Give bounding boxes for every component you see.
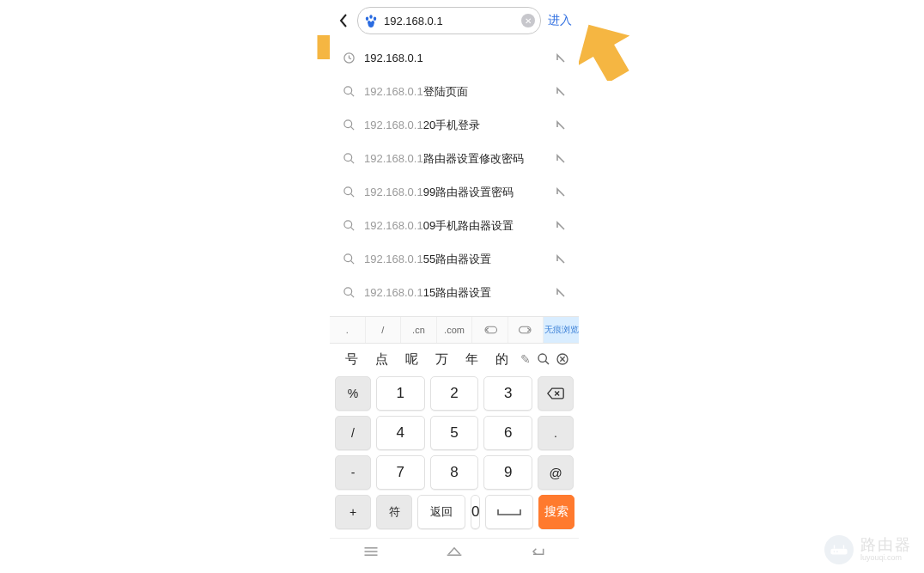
ime-candidate[interactable]: 的: [487, 351, 517, 368]
fill-arrow-icon[interactable]: [555, 186, 567, 198]
fill-arrow-icon[interactable]: [555, 253, 567, 265]
key-6[interactable]: 6: [483, 416, 532, 450]
key-at[interactable]: @: [538, 455, 574, 490]
suggestion-row[interactable]: 192.168.0.115路由器设置: [330, 276, 579, 309]
search-icon: [342, 152, 356, 166]
ime-search-icon[interactable]: [534, 352, 553, 366]
fill-arrow-icon[interactable]: [555, 287, 567, 299]
svg-point-36: [834, 551, 836, 552]
suggestion-text: 192.168.0.199路由器设置密码: [364, 185, 546, 200]
ime-candidate[interactable]: 年: [457, 351, 487, 368]
key-2[interactable]: 2: [430, 376, 479, 411]
svg-line-21: [350, 294, 354, 297]
svg-point-24: [538, 354, 546, 362]
system-nav-bar: [330, 538, 579, 564]
watermark-sub: luyouqi.com: [860, 554, 912, 563]
key-7[interactable]: 7: [376, 455, 425, 490]
svg-line-19: [350, 260, 354, 264]
key-dot[interactable]: .: [538, 416, 574, 450]
svg-marker-1: [574, 21, 634, 81]
key-symbols[interactable]: 符: [376, 495, 412, 529]
fill-arrow-icon[interactable]: [555, 220, 567, 232]
baidu-paw-icon: [363, 13, 379, 28]
svg-point-37: [836, 551, 838, 552]
key-return[interactable]: 返回: [417, 495, 465, 529]
search-input-text[interactable]: 192.168.0.1: [384, 15, 516, 27]
svg-point-20: [343, 288, 351, 296]
url-slash-key[interactable]: /: [366, 317, 402, 343]
key-minus[interactable]: -: [335, 455, 371, 490]
ime-candidate[interactable]: 呢: [397, 351, 427, 368]
key-9[interactable]: 9: [483, 455, 532, 490]
suggestion-text: 192.168.0.1登陆页面: [364, 84, 546, 100]
cursor-left-icon[interactable]: [472, 317, 508, 343]
svg-point-18: [343, 254, 351, 262]
ime-edit-icon[interactable]: ✎: [517, 352, 534, 366]
ime-close-icon[interactable]: [553, 352, 572, 366]
key-8[interactable]: 8: [430, 455, 479, 490]
suggestion-row[interactable]: 192.168.0.109手机路由器设置: [330, 209, 579, 242]
ime-candidate-row: 号 点 呢 万 年 的 ✎: [330, 344, 579, 375]
key-4[interactable]: 4: [376, 416, 425, 450]
search-icon: [342, 286, 356, 300]
ime-candidate[interactable]: 万: [427, 351, 457, 368]
search-icon: [342, 186, 356, 199]
key-search[interactable]: 搜索: [538, 495, 574, 529]
key-5[interactable]: 5: [430, 416, 479, 450]
watermark: 路由器 luyouqi.com: [824, 535, 912, 564]
go-button[interactable]: 进入: [546, 13, 574, 28]
suggestion-text: 192.168.0.155路由器设置: [364, 252, 546, 267]
back-button[interactable]: [335, 3, 352, 38]
key-space-icon[interactable]: [485, 495, 533, 529]
url-com-key[interactable]: .com: [437, 317, 473, 343]
svg-line-17: [350, 227, 354, 230]
key-1[interactable]: 1: [376, 376, 425, 411]
suggestion-text: 192.168.0.109手机路由器设置: [364, 218, 546, 234]
svg-point-4: [374, 17, 376, 21]
key-plus[interactable]: +: [335, 495, 371, 529]
svg-point-12: [343, 154, 351, 162]
url-cn-key[interactable]: .cn: [401, 317, 437, 343]
ime-candidate[interactable]: 号: [337, 351, 367, 368]
fill-arrow-icon[interactable]: [555, 119, 567, 131]
fill-arrow-icon[interactable]: [555, 86, 567, 98]
suggestion-row[interactable]: 192.168.0.1路由器设置修改密码: [330, 142, 579, 175]
svg-point-2: [366, 17, 368, 21]
suggestion-text: 192.168.0.115路由器设置: [364, 285, 546, 301]
key-0[interactable]: 0: [471, 495, 480, 529]
incognito-browse-button[interactable]: 无痕浏览: [544, 317, 579, 343]
svg-line-9: [350, 93, 354, 96]
url-dot-key[interactable]: .: [330, 317, 366, 343]
fill-arrow-icon[interactable]: [555, 153, 567, 165]
search-box[interactable]: 192.168.0.1 ✕: [357, 7, 541, 34]
key-slash[interactable]: /: [335, 416, 371, 450]
svg-rect-35: [830, 549, 847, 555]
annotation-arrow-right: [574, 21, 634, 81]
suggestion-row[interactable]: 192.168.0.1: [330, 41, 579, 75]
svg-point-3: [369, 15, 372, 19]
search-icon: [342, 119, 356, 132]
nav-home-icon[interactable]: [413, 539, 496, 564]
phone-screen: 192.168.0.1 ✕ 进入 192.168.0.1 192.168.0.1…: [330, 0, 579, 573]
ime-candidate[interactable]: 点: [367, 351, 397, 368]
svg-point-8: [343, 87, 351, 94]
url-shortcut-bar: . / .cn .com 无痕浏览: [330, 316, 579, 344]
key-percent[interactable]: %: [335, 376, 371, 411]
svg-point-16: [343, 221, 351, 229]
fill-arrow-icon[interactable]: [555, 52, 567, 64]
search-icon: [342, 253, 356, 266]
key-3[interactable]: 3: [483, 376, 532, 411]
clear-input-icon[interactable]: ✕: [521, 14, 535, 27]
suggestion-row[interactable]: 192.168.0.120手机登录: [330, 108, 579, 142]
nav-back-icon[interactable]: [495, 539, 579, 564]
cursor-right-icon[interactable]: [508, 317, 544, 343]
numeric-keypad: % 1 2 3 / 4 5 6 . - 7 8 9 @ + 符 返回 0 搜索: [330, 375, 579, 538]
key-backspace-icon[interactable]: [538, 376, 574, 411]
address-bar: 192.168.0.1 ✕ 进入: [330, 0, 579, 38]
suggestion-row[interactable]: 192.168.0.1登陆页面: [330, 75, 579, 108]
search-icon: [342, 85, 356, 99]
nav-menu-icon[interactable]: [330, 539, 413, 564]
svg-line-15: [350, 193, 354, 197]
suggestion-row[interactable]: 192.168.0.199路由器设置密码: [330, 175, 579, 209]
suggestion-row[interactable]: 192.168.0.155路由器设置: [330, 242, 579, 276]
